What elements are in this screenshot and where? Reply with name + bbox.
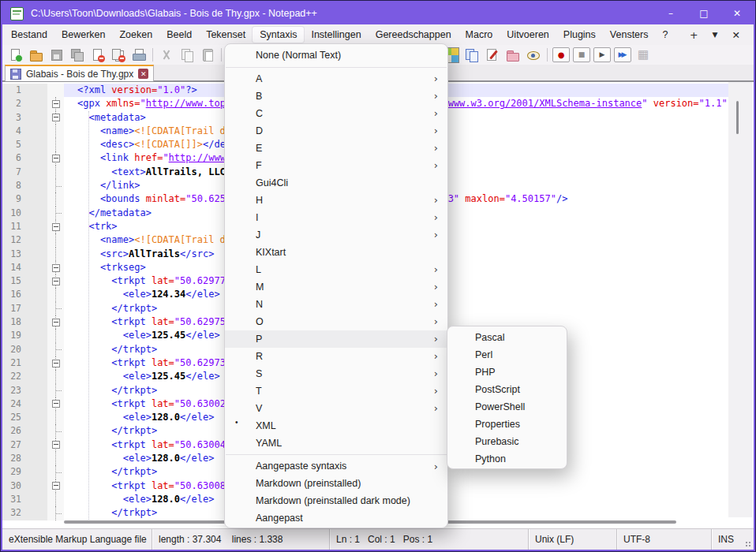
menubar-item-uitvoeren[interactable]: Uitvoeren (500, 27, 556, 43)
multi-doc-button[interactable] (462, 47, 482, 63)
tab-list-dropdown-button[interactable]: ▼ (705, 31, 725, 39)
syntax-menu-item-p[interactable]: P› (225, 330, 447, 348)
fold-collapse-marker[interactable] (47, 438, 64, 452)
line-number[interactable]: 19 (2, 329, 47, 342)
line-number[interactable]: 3 (2, 111, 47, 125)
line-number[interactable]: 18 (2, 315, 47, 329)
line-number[interactable]: 11 (2, 220, 47, 233)
edit-doc-button[interactable] (482, 47, 503, 63)
submenu-item-pascal[interactable]: Pascal (447, 329, 567, 346)
menubar-item-bewerken[interactable]: Bewerken (54, 27, 113, 43)
syntax-menu-item-b[interactable]: B› (225, 88, 447, 105)
line-number[interactable]: 27 (2, 438, 47, 452)
syntax-menu-item-v[interactable]: V› (225, 400, 447, 417)
syntax-menu-item-kixtart[interactable]: KIXtart (225, 244, 447, 261)
play-macro-button[interactable]: ▶ (592, 47, 612, 63)
fold-collapse-marker[interactable] (47, 151, 64, 165)
line-number[interactable]: 14 (2, 261, 47, 274)
line-number[interactable]: 21 (2, 356, 47, 370)
syntax-menu-item-l[interactable]: L› (225, 261, 447, 278)
fold-collapse-marker[interactable] (47, 111, 64, 125)
copy-button[interactable] (177, 47, 197, 63)
fold-collapse-marker[interactable] (47, 220, 64, 233)
syntax-menu-item-n[interactable]: N› (225, 296, 447, 313)
menubar-item-help[interactable]: ? (655, 27, 675, 43)
syntax-menu-item-r[interactable]: R› (225, 348, 447, 365)
paste-button[interactable] (197, 47, 218, 63)
line-number[interactable]: 6 (2, 151, 47, 165)
line-number[interactable]: 22 (2, 370, 47, 383)
line-number[interactable]: 26 (2, 424, 47, 438)
syntax-menu-item-i[interactable]: I› (225, 209, 447, 226)
syntax-menu-item-d[interactable]: D› (225, 122, 447, 140)
line-number[interactable]: 32 (2, 506, 47, 520)
fold-box-icon[interactable] (52, 441, 60, 449)
menubar-item-zoeken[interactable]: Zoeken (112, 27, 159, 43)
fold-box-icon[interactable] (52, 482, 60, 490)
save-button[interactable] (47, 47, 67, 63)
macro-panel-button[interactable]: ▦ (633, 47, 653, 63)
syntax-menu-item-gui4cli[interactable]: Gui4Cli (225, 174, 447, 192)
syntax-menu-item-o[interactable]: O› (225, 313, 447, 330)
fold-collapse-marker[interactable] (47, 261, 64, 274)
menubar-item-instellingen[interactable]: Instellingen (304, 27, 368, 43)
submenu-item-powershell[interactable]: PowerShell (447, 398, 567, 416)
syntax-menu-item-c[interactable]: C› (225, 105, 447, 122)
vertical-scrollbar-thumb[interactable] (736, 101, 739, 134)
view-eye-button[interactable] (523, 47, 544, 63)
submenu-item-postscript[interactable]: PostScript (447, 381, 567, 398)
line-number[interactable]: 9 (2, 192, 47, 206)
fold-collapse-marker[interactable] (47, 397, 64, 411)
fold-collapse-marker[interactable] (47, 356, 64, 370)
line-number[interactable]: 10 (2, 207, 47, 220)
line-number[interactable]: 31 (2, 493, 47, 506)
syntax-menu-item-j[interactable]: J› (225, 226, 447, 244)
line-number[interactable]: 29 (2, 465, 47, 479)
menubar-item-gereedschappen[interactable]: Gereedschappen (369, 27, 458, 43)
maximize-button[interactable]: □ (687, 2, 720, 24)
syntax-menu-item-markdown-preinstalled[interactable]: Markdown (preinstalled) (225, 475, 447, 492)
close-all-button[interactable] (108, 47, 129, 63)
syntax-menu-item-e[interactable]: E› (225, 140, 447, 157)
vertical-scrollbar[interactable] (728, 82, 752, 517)
syntax-menu-item-t[interactable]: T› (225, 382, 447, 400)
new-file-button[interactable] (6, 47, 26, 63)
line-number[interactable]: 13 (2, 248, 47, 261)
fold-box-icon[interactable] (52, 278, 60, 285)
syntax-menu-item-m[interactable]: M› (225, 278, 447, 296)
submenu-item-properties[interactable]: Properties (447, 416, 567, 433)
fold-box-icon[interactable] (52, 100, 60, 108)
menubar-item-syntaxis[interactable]: Syntaxis (253, 27, 304, 43)
menubar-item-beeld[interactable]: Beeld (159, 27, 199, 43)
syntax-menu-item-none-normal-text[interactable]: None (Normal Text) (225, 47, 447, 64)
line-number[interactable]: 8 (2, 179, 47, 192)
fold-collapse-marker[interactable] (47, 274, 64, 288)
line-number[interactable]: 23 (2, 384, 47, 397)
status-eol-format[interactable]: Unix (LF) (529, 529, 617, 550)
line-number[interactable]: 25 (2, 411, 47, 424)
line-number[interactable]: 20 (2, 343, 47, 356)
pink-folder-button[interactable] (503, 47, 523, 63)
new-tab-button[interactable]: + (683, 29, 705, 41)
syntax-menu-item-markdown-preinstalled-dark-mode[interactable]: Markdown (preinstalled dark mode) (225, 492, 447, 509)
stop-macro-button[interactable]: ■ (571, 47, 592, 63)
line-number[interactable]: 4 (2, 125, 47, 138)
close-tab-button[interactable]: ✕ (725, 29, 747, 41)
line-number[interactable]: 15 (2, 274, 47, 288)
submenu-item-python[interactable]: Python (447, 450, 567, 468)
fold-box-icon[interactable] (52, 319, 60, 326)
line-number[interactable]: 16 (2, 288, 47, 301)
open-folder-button[interactable] (26, 47, 47, 63)
save-all-button[interactable] (67, 47, 88, 63)
syntax-menu-item-aangepaste-syntaxis[interactable]: Aangepaste syntaxis› (225, 457, 447, 475)
syntax-menu-item-xml[interactable]: •XML (225, 417, 447, 435)
line-number[interactable]: 30 (2, 479, 47, 493)
submenu-item-perl[interactable]: Perl (447, 346, 567, 364)
submenu-item-php[interactable]: PHP (447, 364, 567, 381)
cut-button[interactable] (156, 47, 177, 63)
syntax-menu-item-aangepast[interactable]: Aangepast (225, 509, 447, 527)
resize-grip[interactable] (745, 541, 751, 547)
syntax-menu-item-h[interactable]: H› (225, 192, 447, 209)
close-file-button[interactable] (88, 47, 108, 63)
syntax-menu-item-a[interactable]: A› (225, 70, 447, 88)
